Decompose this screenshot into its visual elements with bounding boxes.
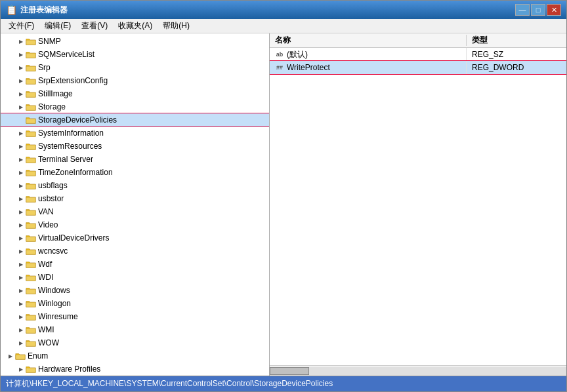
- tree-item[interactable]: ▶ StillImage: [1, 87, 269, 100]
- menu-item[interactable]: 文件(F): [3, 19, 39, 33]
- expand-arrow-icon[interactable]: ▶: [16, 246, 26, 256]
- expand-arrow-icon[interactable]: ▶: [16, 364, 26, 374]
- tree-item[interactable]: ▶ usbflags: [1, 179, 269, 192]
- expand-arrow-icon[interactable]: ▶: [16, 260, 26, 269]
- status-bar: 计算机\HKEY_LOCAL_MACHINE\SYSTEM\CurrentCon…: [1, 376, 566, 391]
- tree-item-label: WMI: [38, 325, 54, 334]
- minimize-button[interactable]: —: [515, 4, 530, 16]
- tree-item-label: Srp: [38, 63, 51, 72]
- registry-row[interactable]: ab(默认)REG_SZ: [270, 48, 566, 61]
- expand-arrow-icon[interactable]: ▶: [16, 194, 26, 203]
- maximize-button[interactable]: □: [531, 4, 545, 16]
- registry-type-cell: REG_SZ: [467, 50, 503, 59]
- expand-arrow-icon[interactable]: ▶: [16, 233, 26, 243]
- menu-item[interactable]: 编辑(E): [39, 19, 76, 33]
- tree-item[interactable]: ▶ Wdf: [1, 258, 269, 271]
- tree-item[interactable]: ▶ Windows: [1, 284, 269, 297]
- tree-item-label: usbstor: [38, 194, 64, 203]
- tree-item-label: SNMP: [38, 37, 61, 46]
- tree-item-label: SystemInformation: [38, 128, 104, 138]
- expand-arrow-icon[interactable]: ▶: [16, 128, 26, 138]
- tree-item-label: Video: [38, 220, 58, 229]
- expand-arrow-icon[interactable]: ▶: [16, 181, 26, 190]
- folder-icon: [26, 233, 36, 243]
- expand-arrow-icon[interactable]: ▶: [6, 351, 15, 361]
- tree-item-label: Terminal Server: [38, 155, 93, 164]
- folder-icon: [26, 220, 36, 229]
- tree-item-label: Windows: [38, 286, 70, 295]
- registry-row[interactable]: ##WriteProtectREG_DWORD: [270, 61, 566, 74]
- horizontal-scrollbar[interactable]: [270, 367, 566, 375]
- expand-arrow-icon[interactable]: ▶: [16, 155, 26, 164]
- folder-icon: [26, 325, 36, 334]
- expand-arrow-icon[interactable]: ▶: [16, 273, 26, 282]
- registry-type-cell: REG_DWORD: [467, 63, 524, 72]
- tree-item[interactable]: ▶ Terminal Server: [1, 153, 269, 166]
- menu-bar: 文件(F)编辑(E)查看(V)收藏夹(A)帮助(H): [1, 19, 566, 33]
- expand-arrow-icon[interactable]: ▶: [16, 220, 26, 229]
- tree-item[interactable]: ▶ VAN: [1, 205, 269, 218]
- tree-item[interactable]: ▶ Winlogon: [1, 297, 269, 310]
- expand-arrow-icon[interactable]: ▶: [16, 168, 26, 177]
- folder-icon: [26, 63, 36, 72]
- tree-item[interactable]: ▶ SrpExtensionConfig: [1, 74, 269, 87]
- expand-arrow-icon[interactable]: ▶: [16, 63, 26, 72]
- expand-arrow-icon[interactable]: ▶: [16, 325, 26, 334]
- tree-item[interactable]: ▶ SystemResources: [1, 140, 269, 153]
- tree-container[interactable]: ▶ SNMP▶ SQMServiceList▶ Srp▶ SrpExtensio…: [1, 33, 269, 376]
- tree-item[interactable]: ▶ SNMP: [1, 35, 269, 48]
- close-button[interactable]: ✕: [547, 4, 561, 16]
- tree-item[interactable]: ▶ SQMServiceList: [1, 48, 269, 61]
- folder-icon: [26, 50, 36, 59]
- expand-arrow-icon[interactable]: ▶: [16, 142, 26, 151]
- folder-icon: [26, 207, 36, 216]
- expand-arrow-icon[interactable]: ▶: [16, 338, 26, 347]
- expand-arrow-icon[interactable]: ▶: [16, 286, 26, 295]
- tree-item[interactable]: ▶ Video: [1, 218, 269, 231]
- tree-item[interactable]: ▶ Srp: [1, 61, 269, 74]
- tree-item[interactable]: ▶ WDI: [1, 271, 269, 284]
- tree-item-label: Enum: [28, 351, 48, 361]
- tree-item[interactable]: ▶ wcncsvc: [1, 245, 269, 258]
- expand-arrow-icon[interactable]: ▶: [16, 299, 26, 308]
- tree-item[interactable]: ▶ WOW: [1, 336, 269, 349]
- tree-item[interactable]: ▶ WMI: [1, 323, 269, 336]
- folder-icon: [26, 89, 36, 98]
- folder-icon: [26, 142, 36, 151]
- tree-item-label: usbflags: [38, 181, 68, 190]
- folder-icon: [26, 312, 36, 321]
- registry-value-name: WriteProtect: [287, 63, 330, 72]
- tree-item[interactable]: ▶ Storage: [1, 100, 269, 113]
- tree-item[interactable]: ▶ Hardware Profiles: [1, 363, 269, 376]
- expand-arrow-icon[interactable]: [16, 115, 26, 125]
- folder-icon: [26, 273, 36, 282]
- tree-item[interactable]: StorageDevicePolicies: [1, 113, 269, 127]
- horizontal-scrollbar-area[interactable]: [270, 365, 566, 376]
- tree-item-label: SrpExtensionConfig: [38, 76, 108, 85]
- expand-arrow-icon[interactable]: ▶: [16, 50, 26, 59]
- column-type-header: 类型: [467, 35, 488, 46]
- tree-item[interactable]: ▶ TimeZoneInformation: [1, 166, 269, 179]
- folder-icon: [15, 351, 26, 361]
- tree-item-label: WDI: [38, 273, 53, 282]
- expand-arrow-icon[interactable]: ▶: [16, 37, 26, 46]
- expand-arrow-icon[interactable]: ▶: [16, 89, 26, 98]
- tree-item[interactable]: ▶ VirtualDeviceDrivers: [1, 231, 269, 245]
- title-controls: — □ ✕: [515, 4, 561, 16]
- tree-item[interactable]: ▶ Winresume: [1, 310, 269, 323]
- right-content[interactable]: ab(默认)REG_SZ##WriteProtectREG_DWORD: [270, 48, 566, 365]
- expand-arrow-icon[interactable]: ▶: [16, 207, 26, 216]
- tree-item[interactable]: ▶ usbstor: [1, 192, 269, 205]
- menu-item[interactable]: 帮助(H): [158, 19, 195, 33]
- menu-item[interactable]: 查看(V): [76, 19, 113, 33]
- expand-arrow-icon[interactable]: ▶: [16, 312, 26, 321]
- tree-item-label: wcncsvc: [38, 246, 68, 256]
- tree-item[interactable]: ▶ SystemInformation: [1, 127, 269, 140]
- expand-arrow-icon[interactable]: ▶: [16, 76, 26, 85]
- expand-arrow-icon[interactable]: ▶: [16, 102, 26, 111]
- horizontal-scrollbar-thumb[interactable]: [270, 367, 309, 375]
- registry-value-icon: ##: [275, 63, 284, 72]
- menu-item[interactable]: 收藏夹(A): [113, 19, 158, 33]
- registry-name-cell: ab(默认): [270, 48, 467, 61]
- tree-item[interactable]: ▶ Enum: [1, 349, 269, 363]
